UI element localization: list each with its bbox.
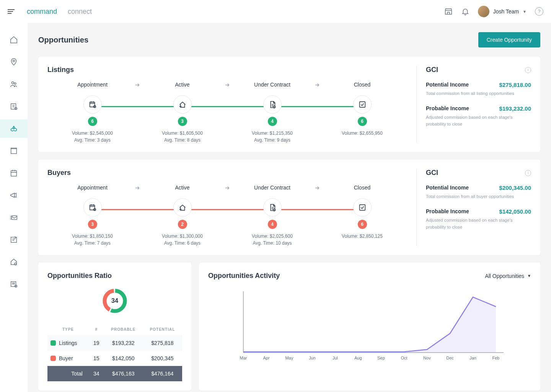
tab-command[interactable]: command (27, 8, 57, 16)
row-potential: $200,345 (143, 351, 182, 366)
sidebar-campaigns[interactable] (0, 186, 28, 204)
buyers-pipeline: Appointment 3 Volume: $1,850,150 Avg. Ti… (47, 185, 407, 246)
sidebar-market-center[interactable] (0, 253, 28, 271)
stage-label: Under Contract (227, 185, 317, 191)
donut-chart: 34 (101, 287, 128, 314)
th-count: # (89, 323, 104, 335)
stage-count: 3 (88, 220, 97, 229)
stage-time: Avg. Time: 10 days (227, 240, 317, 246)
svg-rect-7 (12, 216, 17, 219)
donut-value: 34 (101, 287, 128, 314)
stage-count: 4 (268, 220, 277, 229)
svg-point-0 (13, 60, 15, 62)
stage-label: Closed (317, 185, 407, 191)
sidebar-location[interactable] (0, 53, 28, 71)
sidebar-listings[interactable] (0, 142, 28, 160)
stage-label: Active (137, 185, 227, 191)
svg-text:Jan: Jan (469, 356, 476, 360)
page-title: Opportunities (38, 36, 88, 44)
sidebar (0, 23, 28, 392)
svg-text:Jun: Jun (309, 356, 316, 360)
check-icon[interactable] (353, 95, 372, 114)
svg-text:Sep: Sep (377, 356, 385, 360)
stage-volume: Volume: $2,545,000 (47, 131, 137, 136)
tab-connect[interactable]: connect (68, 8, 92, 16)
potential-value: $200,345.00 (499, 185, 531, 191)
calendar-icon[interactable] (83, 95, 102, 114)
svg-rect-5 (11, 149, 17, 154)
sidebar-mail[interactable] (0, 208, 28, 227)
stage-volume: Volume: $2,025,600 (227, 234, 317, 239)
th-potential: POTENTIAL (143, 323, 182, 335)
row-potential: $275,818 (143, 335, 182, 351)
probable-label: Probable Income (426, 105, 469, 112)
stage-count: 6 (358, 220, 367, 229)
stage-time: Avg. Time: 7 days (47, 240, 137, 246)
calendar-icon[interactable] (83, 198, 102, 217)
svg-text:May: May (285, 356, 293, 360)
stage-label: Closed (317, 82, 407, 88)
info-icon[interactable]: i (525, 170, 531, 176)
total-potential: $476,164 (143, 366, 182, 381)
activity-filter-dropdown[interactable]: All Opportunities ▼ (485, 273, 531, 279)
table-row: Buyer 15 $142,050 $200,345 (47, 351, 182, 366)
help-icon[interactable]: ? (535, 7, 543, 16)
sidebar-calendar[interactable] (0, 164, 28, 182)
legend-dot (51, 356, 56, 361)
info-icon[interactable]: i (525, 67, 531, 73)
row-type: Buyer (59, 355, 73, 361)
sidebar-notes[interactable] (0, 230, 28, 249)
stage-label: Appointment (47, 82, 137, 88)
activity-card: Opportunities Activity All Opportunities… (199, 263, 540, 390)
stage-volume: Volume: $1,605,500 (137, 131, 227, 136)
create-opportunity-button[interactable]: Create Opportunity (478, 32, 540, 47)
svg-text:Dec: Dec (446, 356, 454, 360)
market-icon[interactable] (444, 7, 453, 16)
menu-icon[interactable] (8, 9, 15, 14)
house-icon[interactable] (173, 198, 192, 217)
svg-text:Apr: Apr (263, 356, 269, 360)
row-type: Listings (59, 340, 77, 346)
stage-label: Appointment (47, 185, 137, 191)
svg-point-1 (12, 82, 14, 84)
check-icon[interactable] (353, 198, 372, 217)
stage-volume: Volume: $2,655,950 (317, 131, 407, 136)
sidebar-tasks[interactable] (0, 97, 28, 116)
stage-count: 3 (178, 117, 187, 126)
svg-text:Aug: Aug (354, 356, 362, 360)
app-header: command connect Josh Team ▼ ? (0, 0, 551, 23)
total-probable: $476,163 (104, 366, 143, 381)
sidebar-opportunities[interactable] (0, 119, 28, 138)
bell-icon[interactable] (461, 7, 469, 16)
svg-text:Feb: Feb (492, 356, 500, 360)
stage-volume: Volume: $2,850,125 (317, 234, 407, 239)
ratio-table: TYPE # PROBABLE POTENTIAL Listings 19 $1… (47, 323, 182, 381)
stage-count: 6 (358, 117, 367, 126)
document-icon[interactable] (263, 198, 282, 217)
house-icon[interactable] (173, 95, 192, 114)
probable-desc: Adjusted commission based on each stage'… (426, 114, 531, 127)
listings-card: Listings Appointment 6 Volume: $2,545,00… (38, 57, 540, 152)
listings-title: Listings (47, 66, 407, 74)
sidebar-home[interactable] (0, 31, 28, 49)
document-icon[interactable] (263, 95, 282, 114)
user-menu[interactable]: Josh Team ▼ (478, 6, 527, 17)
stage-time: Avg. Time: 6 days (137, 240, 227, 246)
ratio-card: Opportunities Ratio 34 TYPE # (38, 263, 191, 390)
potential-label: Potential Income (426, 185, 469, 191)
probable-value: $142,050.00 (499, 208, 531, 215)
row-probable: $193,232 (104, 335, 143, 351)
svg-point-2 (14, 83, 16, 85)
sidebar-reports[interactable] (0, 275, 28, 293)
stage-volume: Volume: $1,215,350 (227, 131, 317, 136)
buyers-title: Buyers (47, 169, 407, 177)
activity-title: Opportunities Activity (208, 272, 280, 280)
activity-chart: Mar Apr May Jun Jul Aug Sep Oct Nov Dec … (208, 287, 531, 364)
row-probable: $142,050 (104, 351, 143, 366)
sidebar-contacts[interactable] (0, 75, 28, 93)
total-count: 34 (89, 366, 104, 381)
avatar (478, 6, 489, 17)
filter-value: All Opportunities (485, 273, 524, 279)
th-probable: PROBABLE (104, 323, 143, 335)
svg-text:Nov: Nov (423, 356, 431, 360)
